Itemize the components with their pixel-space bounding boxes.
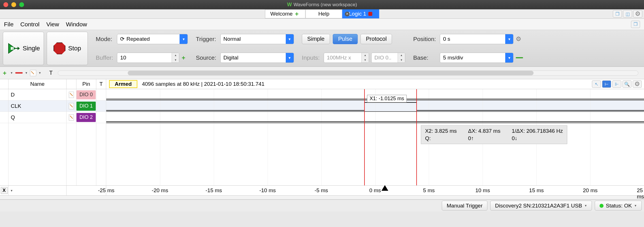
plus-icon[interactable] <box>295 11 300 16</box>
simple-toggle[interactable]: Simple <box>302 34 330 44</box>
view-settings-button[interactable]: ⚙ <box>633 80 642 88</box>
cursor-x2[interactable] <box>416 89 417 185</box>
waveform-canvas[interactable]: X1: -1.0125 ms X2: 3.825 ms ΔX: 4.837 ms… <box>106 89 644 185</box>
minus-icon[interactable] <box>516 57 523 58</box>
base-value: 5 ms/div <box>440 55 505 61</box>
main-toolbar: 1 Single Stop Mode: ⟳Repeated ▾ Buffer: … <box>0 30 644 67</box>
buffer-input[interactable]: 10 ▲▼ <box>117 53 179 63</box>
app-icon: W <box>287 2 292 8</box>
menu-control[interactable]: Control <box>20 21 40 28</box>
inputs-rate-select[interactable]: 100MHz x ▲▼ <box>324 53 369 63</box>
pin-badge[interactable]: DIO 0 <box>76 90 96 99</box>
manual-trigger-button[interactable]: Manual Trigger <box>442 201 487 211</box>
svg-marker-4 <box>18 47 20 50</box>
pencil-icon[interactable] <box>69 92 74 98</box>
source-label: Source: <box>196 54 216 61</box>
status-led-icon <box>600 204 604 208</box>
tab-label: Welcome <box>270 11 293 17</box>
tick-label: 25 ms <box>637 187 644 200</box>
menu-file[interactable]: File <box>4 21 14 28</box>
trigger-select[interactable]: Normal ▾ <box>220 34 294 44</box>
tab-help[interactable]: Help <box>305 9 342 18</box>
stop-button[interactable]: Stop <box>47 32 88 65</box>
signal-name[interactable]: CLK <box>8 100 67 112</box>
measure-tool-button[interactable]: ⊢ <box>602 80 611 88</box>
pin-badge[interactable]: DIO 2 <box>76 113 96 122</box>
gear-icon[interactable]: ⚙ <box>516 35 521 43</box>
pencil-icon[interactable] <box>69 103 74 109</box>
pencil-icon[interactable] <box>69 114 74 121</box>
scrollbar-thumb[interactable] <box>128 71 534 75</box>
window-title: WaveForms (new workspace) <box>293 2 357 8</box>
inputs-dio-select[interactable]: DIO 0.. ▲▼ <box>371 53 405 63</box>
sample-info: 4096 samples at 80 kHz | 2021-01-10 18:5… <box>142 81 265 87</box>
mode-select[interactable]: ⟳Repeated ▾ <box>117 34 188 44</box>
status-indicator[interactable]: Status: OK▼ <box>595 201 642 211</box>
titlebar: W WaveForms (new workspace) <box>0 0 644 9</box>
edit-button[interactable] <box>30 70 36 76</box>
window-zoom-button[interactable] <box>19 2 24 7</box>
cursor-x1-label: X1: -1.0125 ms <box>367 95 407 102</box>
waveform-area[interactable]: D DIO 0 CLK DIO 1 Q DIO 2 <box>0 89 644 185</box>
horizontal-scrollbar[interactable] <box>58 70 638 76</box>
buffer-value: 10 <box>117 55 172 61</box>
window-close-button[interactable] <box>3 2 8 7</box>
single-button[interactable]: 1 Single <box>3 32 44 65</box>
dropdown-icon[interactable]: ▼ <box>39 71 41 74</box>
source-select[interactable]: Digital ▾ <box>220 53 294 63</box>
inputs-dio-value: DIO 0.. <box>372 55 398 61</box>
tick-label: 5 ms <box>423 187 435 194</box>
device-button[interactable]: Discovery2 SN:210321A2A3F1 USB▼ <box>490 201 592 211</box>
position-select[interactable]: 0 s ▾ <box>440 34 513 44</box>
signal-name[interactable]: D <box>8 89 67 100</box>
spinner-icon[interactable]: ▲▼ <box>172 53 179 63</box>
chevron-down-icon: ▼ <box>584 204 587 207</box>
stop-label: Stop <box>68 45 81 52</box>
source-value: Digital <box>221 55 286 61</box>
zoom-button[interactable]: 🔍 <box>622 80 632 88</box>
window-minimize-button[interactable] <box>11 2 16 7</box>
record-icon <box>368 12 372 16</box>
add-channel-button[interactable] <box>3 70 8 76</box>
spinner-icon[interactable]: ▲▼ <box>361 53 369 63</box>
tick-label: 20 ms <box>583 187 598 194</box>
position-value: 0 s <box>440 36 505 42</box>
trigger-label: Trigger: <box>196 36 216 42</box>
tab-welcome[interactable]: Welcome <box>265 9 306 18</box>
tab-label: Logic 1 <box>349 11 366 17</box>
windows-icon-button[interactable]: ❐ <box>631 21 640 28</box>
menu-view[interactable]: View <box>46 21 59 28</box>
mode-value: Repeated <box>126 36 150 42</box>
pulse-toggle[interactable]: Pulse <box>333 34 358 44</box>
remove-channel-button[interactable] <box>15 72 23 74</box>
windows-split-button[interactable]: ◫ <box>623 10 632 18</box>
trigger-marker-icon[interactable] <box>381 185 388 191</box>
signal-name[interactable]: Q <box>8 112 67 123</box>
tick-label: -10 ms <box>259 187 276 194</box>
dropdown-icon[interactable]: ▼ <box>25 71 28 74</box>
tab-logic1[interactable]: ✕ Logic 1 <box>342 9 379 18</box>
spinner-icon[interactable]: ▲▼ <box>398 53 405 63</box>
single-label: Single <box>23 45 40 52</box>
cursor-x1[interactable] <box>364 89 365 185</box>
tick-label: -25 ms <box>98 187 114 194</box>
chevron-down-icon: ▼ <box>634 204 637 207</box>
base-label: Base: <box>413 54 436 61</box>
close-icon[interactable]: ✕ <box>345 12 349 16</box>
tick-label: -20 ms <box>152 187 168 194</box>
dropdown-icon[interactable]: ▼ <box>10 189 13 192</box>
name-header: Name <box>8 79 67 89</box>
buffer-label: Buffer: <box>96 54 113 61</box>
fit-tool-button[interactable]: ⊩ <box>612 80 621 88</box>
menu-window[interactable]: Window <box>66 21 87 28</box>
protocol-toggle[interactable]: Protocol <box>361 34 392 44</box>
chevron-down-icon: ▾ <box>286 53 294 63</box>
add-buffer-button[interactable] <box>182 55 187 60</box>
windows-cascade-button[interactable]: ❐ <box>613 10 622 18</box>
base-select[interactable]: 5 ms/div ▾ <box>440 53 513 63</box>
pin-badge[interactable]: DIO 1 <box>76 102 96 111</box>
dropdown-icon[interactable]: ▼ <box>10 71 13 74</box>
x-axis-button[interactable]: X <box>1 187 8 194</box>
settings-button[interactable]: ⚙ <box>633 10 642 18</box>
cursor-tool-button[interactable]: ↖ <box>592 80 601 88</box>
